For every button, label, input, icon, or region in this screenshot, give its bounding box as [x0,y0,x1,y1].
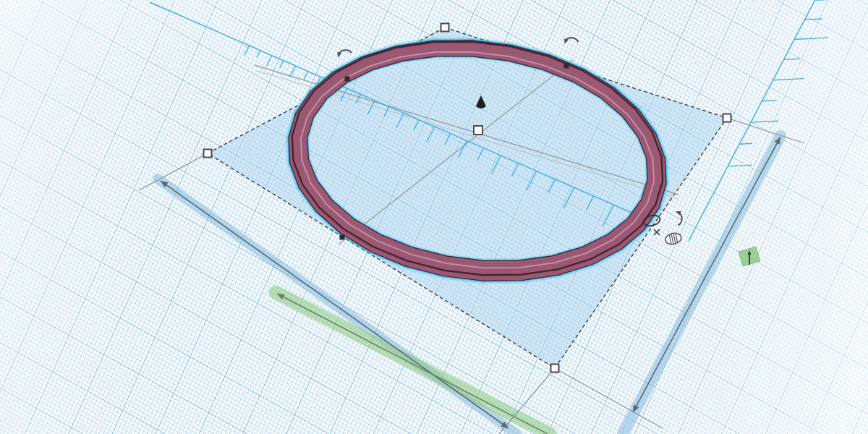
scale-handle-midpoint[interactable] [340,235,345,240]
scale-handle-midpoint[interactable] [345,77,350,82]
scale-handle-corner[interactable] [204,150,212,158]
ruler-midpoint-toggle-icon[interactable] [665,231,683,245]
rotate-handle-icon[interactable] [674,210,682,225]
scale-handle-midpoint[interactable] [564,64,569,69]
scale-handle-corner[interactable] [723,114,731,122]
scene-overlay [0,0,868,434]
rotate-handle-icon[interactable] [563,37,579,46]
snap-marker-green [739,247,760,266]
scale-handle-corner[interactable] [441,24,449,32]
viewport-3d[interactable] [0,0,868,434]
scale-handle-corner[interactable] [551,365,559,373]
rotate-handle-icon[interactable] [337,50,352,58]
workplane-center-handle[interactable] [474,126,482,135]
